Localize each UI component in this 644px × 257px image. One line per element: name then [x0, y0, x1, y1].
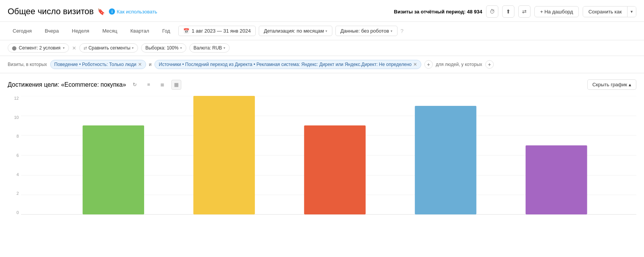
bar-chart: 0 2 4 6 8 10 12 — [8, 96, 636, 226]
tab-today[interactable]: Сегодня — [8, 26, 37, 36]
filter-people-add-button[interactable]: + — [485, 60, 494, 69]
tab-quarter[interactable]: Квартал — [125, 26, 154, 36]
y-label-10: 10 — [14, 115, 21, 120]
filter-tag1-text: Поведение • Роботность: Только люди — [54, 62, 136, 67]
filter-tag2-remove[interactable]: ✕ — [413, 62, 417, 67]
y-label-4: 4 — [16, 172, 21, 177]
y-label-12: 12 — [14, 96, 21, 100]
y-label-8: 8 — [16, 134, 21, 138]
bar-4-7[interactable] — [304, 125, 366, 214]
sample-dropdown[interactable]: Выборка: 100% ▾ — [141, 43, 186, 53]
bar-1[interactable] — [83, 125, 145, 214]
calendar-icon: 📅 — [183, 28, 189, 34]
currency-dropdown[interactable]: Валюта: RUB ▾ — [189, 43, 230, 53]
sample-label: Выборка: 100% — [145, 45, 178, 51]
tab-month[interactable]: Месяц — [97, 26, 122, 36]
detail-label: Детализация: по месяцам — [264, 28, 324, 34]
filter-tag2-text: Источники • Последний переход из Директа… — [159, 62, 411, 67]
clock-button[interactable]: ⏱ — [486, 5, 498, 18]
chart-svg: 1 2-3 4-7 8-15 16-31 — [21, 96, 636, 215]
save-chevron-button[interactable]: ▾ — [628, 7, 636, 17]
segment-circle-icon: ⬤ — [12, 46, 16, 51]
compare-button[interactable]: ⇄ — [518, 5, 531, 18]
date-range-picker[interactable]: 📅 1 авг 2023 — 31 янв 2024 — [178, 26, 256, 36]
hide-chart-label: Скрыть график — [592, 82, 627, 87]
filter-visits-label: Визиты, в которых — [8, 62, 47, 67]
chart-stacked-button[interactable]: ≣ — [158, 80, 168, 90]
save-as-button[interactable]: Сохранить как — [583, 7, 628, 17]
tab-yesterday[interactable]: Вчера — [40, 26, 64, 36]
data-dropdown[interactable]: Данные: без роботов ▾ — [335, 26, 398, 36]
page-title: Общее число визитов — [8, 7, 94, 16]
hide-chart-button[interactable]: Скрыть график ▴ — [587, 79, 636, 90]
filter-tag-behavior[interactable]: Поведение • Роботность: Только люди ✕ — [50, 60, 146, 69]
segment-dropdown[interactable]: ⬤ Сегмент: 2 условия ▾ — [8, 43, 69, 53]
add-dashboard-button[interactable]: + На дашборд — [534, 6, 579, 17]
chevron-down-icon: ▾ — [223, 46, 225, 50]
y-label-6: 6 — [16, 153, 21, 158]
chart-bar-button[interactable]: ▦ — [171, 80, 181, 90]
currency-label: Валюта: RUB — [194, 45, 222, 51]
tab-week[interactable]: Неделя — [67, 26, 94, 36]
header-right: Визиты за отчётный период: 48 934 ⏱ ⬆ ⇄ … — [394, 5, 636, 18]
compare-icon: ⇄ — [84, 46, 87, 51]
chevron-down-icon: ▾ — [325, 29, 327, 33]
header-left: Общее число визитов 🔖 i Как использовать — [8, 7, 157, 16]
filter-tag-sources[interactable]: Источники • Последний переход из Директа… — [154, 60, 421, 69]
chevron-up-icon: ▴ — [629, 82, 631, 87]
save-button-group: Сохранить как ▾ — [583, 6, 636, 17]
bar-16-31[interactable] — [526, 145, 587, 214]
detail-dropdown[interactable]: Детализация: по месяцам ▾ — [259, 26, 332, 36]
y-label-2: 2 — [16, 191, 21, 196]
segment-label: Сегмент: 2 условия — [19, 45, 61, 51]
chart-refresh-button[interactable]: ↻ — [130, 80, 140, 90]
filter-bar: Визиты, в которых Поведение • Роботность… — [0, 56, 644, 73]
filter-people-label: для людей, у которых — [436, 62, 482, 67]
segment-remove-button[interactable]: ✕ — [72, 45, 76, 51]
filter-tag1-remove[interactable]: ✕ — [138, 62, 142, 67]
compare-label: Сравнить сегменты — [89, 45, 131, 51]
page-header: Общее число визитов 🔖 i Как использовать… — [0, 0, 644, 22]
info-icon: i — [109, 8, 115, 15]
compare-segments-button[interactable]: ⇄ Сравнить сегменты ▾ — [79, 43, 138, 53]
y-label-0: 0 — [16, 210, 21, 215]
share-button[interactable]: ⬆ — [502, 5, 514, 18]
how-to-use-link[interactable]: i Как использовать — [109, 8, 157, 15]
chart-header-left: Достижения цели: «Ecommerce: покупка» ↻ … — [8, 80, 181, 90]
visits-count: Визиты за отчётный период: 48 934 — [394, 9, 483, 15]
filter-add-button[interactable]: + — [424, 60, 433, 69]
bar-2-3[interactable] — [193, 96, 255, 214]
y-axis: 0 2 4 6 8 10 12 — [8, 96, 21, 215]
chart-line-button[interactable]: ≡ — [144, 80, 154, 90]
period-toolbar: Сегодня Вчера Неделя Месяц Квартал Год 📅… — [0, 22, 644, 40]
chart-header: Достижения цели: «Ecommerce: покупка» ↻ … — [8, 79, 636, 90]
chevron-down-icon: ▾ — [180, 46, 182, 50]
chart-title: Достижения цели: «Ecommerce: покупка» — [8, 81, 126, 88]
data-label: Данные: без роботов — [340, 28, 389, 34]
bookmark-icon[interactable]: 🔖 — [97, 8, 105, 15]
chevron-down-icon: ▾ — [132, 46, 134, 50]
chart-section: Достижения цели: «Ecommerce: покупка» ↻ … — [0, 73, 644, 232]
question-icon: ? — [401, 28, 404, 34]
chevron-down-icon: ▾ — [391, 29, 393, 33]
filter-and-label: и — [149, 62, 152, 67]
chevron-down-icon: ▾ — [63, 46, 65, 50]
date-range-text: 1 авг 2023 — 31 янв 2024 — [192, 28, 251, 34]
segment-bar: ⬤ Сегмент: 2 условия ▾ ✕ ⇄ Сравнить сегм… — [0, 40, 644, 56]
tab-year[interactable]: Год — [157, 26, 175, 36]
bar-8-15[interactable] — [415, 106, 476, 214]
